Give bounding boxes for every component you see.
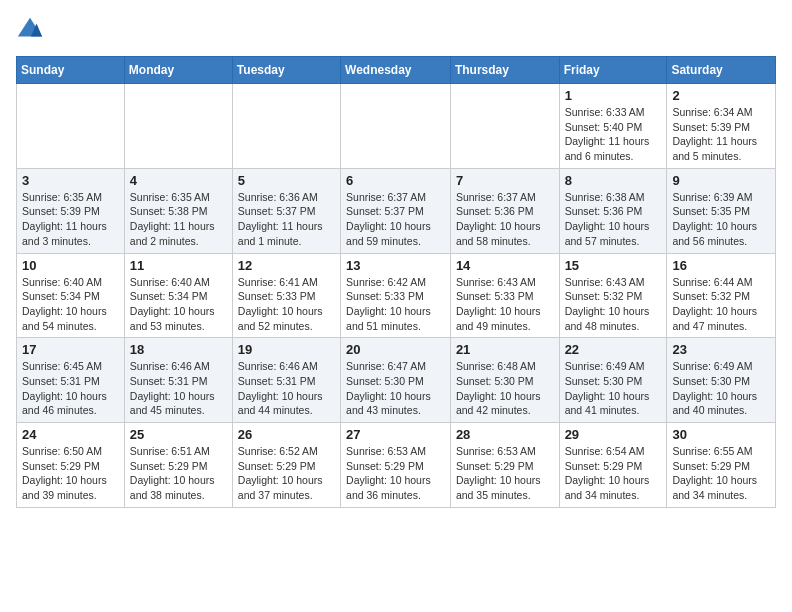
calendar-week-row: 3Sunrise: 6:35 AM Sunset: 5:39 PM Daylig… [17,168,776,253]
day-info: Sunrise: 6:49 AM Sunset: 5:30 PM Dayligh… [672,359,770,418]
calendar-cell: 9Sunrise: 6:39 AM Sunset: 5:35 PM Daylig… [667,168,776,253]
day-info: Sunrise: 6:43 AM Sunset: 5:32 PM Dayligh… [565,275,662,334]
day-info: Sunrise: 6:49 AM Sunset: 5:30 PM Dayligh… [565,359,662,418]
day-info: Sunrise: 6:35 AM Sunset: 5:39 PM Dayligh… [22,190,119,249]
day-number: 3 [22,173,119,188]
calendar-week-row: 1Sunrise: 6:33 AM Sunset: 5:40 PM Daylig… [17,84,776,169]
day-info: Sunrise: 6:54 AM Sunset: 5:29 PM Dayligh… [565,444,662,503]
calendar-cell: 13Sunrise: 6:42 AM Sunset: 5:33 PM Dayli… [341,253,451,338]
calendar-week-row: 24Sunrise: 6:50 AM Sunset: 5:29 PM Dayli… [17,423,776,508]
calendar-cell: 28Sunrise: 6:53 AM Sunset: 5:29 PM Dayli… [450,423,559,508]
day-info: Sunrise: 6:40 AM Sunset: 5:34 PM Dayligh… [22,275,119,334]
day-number: 28 [456,427,554,442]
calendar-cell: 5Sunrise: 6:36 AM Sunset: 5:37 PM Daylig… [232,168,340,253]
page-header [16,16,776,44]
day-info: Sunrise: 6:53 AM Sunset: 5:29 PM Dayligh… [456,444,554,503]
calendar-cell: 26Sunrise: 6:52 AM Sunset: 5:29 PM Dayli… [232,423,340,508]
calendar-cell: 6Sunrise: 6:37 AM Sunset: 5:37 PM Daylig… [341,168,451,253]
day-info: Sunrise: 6:46 AM Sunset: 5:31 PM Dayligh… [130,359,227,418]
day-info: Sunrise: 6:45 AM Sunset: 5:31 PM Dayligh… [22,359,119,418]
day-info: Sunrise: 6:46 AM Sunset: 5:31 PM Dayligh… [238,359,335,418]
calendar-cell [450,84,559,169]
day-number: 14 [456,258,554,273]
day-number: 18 [130,342,227,357]
day-number: 17 [22,342,119,357]
logo [16,16,48,44]
day-number: 1 [565,88,662,103]
calendar-cell: 20Sunrise: 6:47 AM Sunset: 5:30 PM Dayli… [341,338,451,423]
day-info: Sunrise: 6:37 AM Sunset: 5:37 PM Dayligh… [346,190,445,249]
day-info: Sunrise: 6:44 AM Sunset: 5:32 PM Dayligh… [672,275,770,334]
day-info: Sunrise: 6:50 AM Sunset: 5:29 PM Dayligh… [22,444,119,503]
calendar-cell: 14Sunrise: 6:43 AM Sunset: 5:33 PM Dayli… [450,253,559,338]
day-number: 25 [130,427,227,442]
logo-icon [16,16,44,44]
calendar-cell: 27Sunrise: 6:53 AM Sunset: 5:29 PM Dayli… [341,423,451,508]
calendar-cell [124,84,232,169]
weekday-header-wednesday: Wednesday [341,57,451,84]
day-info: Sunrise: 6:35 AM Sunset: 5:38 PM Dayligh… [130,190,227,249]
day-number: 26 [238,427,335,442]
calendar-cell: 21Sunrise: 6:48 AM Sunset: 5:30 PM Dayli… [450,338,559,423]
weekday-header-friday: Friday [559,57,667,84]
day-info: Sunrise: 6:41 AM Sunset: 5:33 PM Dayligh… [238,275,335,334]
calendar-cell [17,84,125,169]
day-number: 27 [346,427,445,442]
weekday-header-tuesday: Tuesday [232,57,340,84]
weekday-header-row: SundayMondayTuesdayWednesdayThursdayFrid… [17,57,776,84]
day-info: Sunrise: 6:38 AM Sunset: 5:36 PM Dayligh… [565,190,662,249]
calendar-cell: 15Sunrise: 6:43 AM Sunset: 5:32 PM Dayli… [559,253,667,338]
calendar-cell: 16Sunrise: 6:44 AM Sunset: 5:32 PM Dayli… [667,253,776,338]
day-info: Sunrise: 6:36 AM Sunset: 5:37 PM Dayligh… [238,190,335,249]
day-number: 24 [22,427,119,442]
calendar-cell: 29Sunrise: 6:54 AM Sunset: 5:29 PM Dayli… [559,423,667,508]
calendar-cell: 1Sunrise: 6:33 AM Sunset: 5:40 PM Daylig… [559,84,667,169]
weekday-header-monday: Monday [124,57,232,84]
day-number: 8 [565,173,662,188]
day-info: Sunrise: 6:52 AM Sunset: 5:29 PM Dayligh… [238,444,335,503]
day-number: 15 [565,258,662,273]
day-number: 16 [672,258,770,273]
day-number: 2 [672,88,770,103]
day-number: 7 [456,173,554,188]
calendar-cell: 25Sunrise: 6:51 AM Sunset: 5:29 PM Dayli… [124,423,232,508]
day-number: 19 [238,342,335,357]
day-number: 11 [130,258,227,273]
day-number: 9 [672,173,770,188]
day-number: 29 [565,427,662,442]
day-number: 12 [238,258,335,273]
day-info: Sunrise: 6:47 AM Sunset: 5:30 PM Dayligh… [346,359,445,418]
day-number: 10 [22,258,119,273]
calendar-cell [341,84,451,169]
day-info: Sunrise: 6:39 AM Sunset: 5:35 PM Dayligh… [672,190,770,249]
calendar-cell: 19Sunrise: 6:46 AM Sunset: 5:31 PM Dayli… [232,338,340,423]
calendar-header: SundayMondayTuesdayWednesdayThursdayFrid… [17,57,776,84]
calendar-cell: 11Sunrise: 6:40 AM Sunset: 5:34 PM Dayli… [124,253,232,338]
day-number: 6 [346,173,445,188]
calendar-cell: 10Sunrise: 6:40 AM Sunset: 5:34 PM Dayli… [17,253,125,338]
calendar-cell: 23Sunrise: 6:49 AM Sunset: 5:30 PM Dayli… [667,338,776,423]
calendar-week-row: 10Sunrise: 6:40 AM Sunset: 5:34 PM Dayli… [17,253,776,338]
calendar-cell: 30Sunrise: 6:55 AM Sunset: 5:29 PM Dayli… [667,423,776,508]
day-info: Sunrise: 6:51 AM Sunset: 5:29 PM Dayligh… [130,444,227,503]
day-info: Sunrise: 6:40 AM Sunset: 5:34 PM Dayligh… [130,275,227,334]
calendar-table: SundayMondayTuesdayWednesdayThursdayFrid… [16,56,776,508]
weekday-header-sunday: Sunday [17,57,125,84]
day-number: 21 [456,342,554,357]
calendar-cell: 8Sunrise: 6:38 AM Sunset: 5:36 PM Daylig… [559,168,667,253]
calendar-cell: 3Sunrise: 6:35 AM Sunset: 5:39 PM Daylig… [17,168,125,253]
calendar-cell: 4Sunrise: 6:35 AM Sunset: 5:38 PM Daylig… [124,168,232,253]
day-info: Sunrise: 6:34 AM Sunset: 5:39 PM Dayligh… [672,105,770,164]
day-info: Sunrise: 6:53 AM Sunset: 5:29 PM Dayligh… [346,444,445,503]
calendar-week-row: 17Sunrise: 6:45 AM Sunset: 5:31 PM Dayli… [17,338,776,423]
calendar-cell: 12Sunrise: 6:41 AM Sunset: 5:33 PM Dayli… [232,253,340,338]
calendar-cell: 17Sunrise: 6:45 AM Sunset: 5:31 PM Dayli… [17,338,125,423]
day-info: Sunrise: 6:37 AM Sunset: 5:36 PM Dayligh… [456,190,554,249]
day-number: 20 [346,342,445,357]
day-info: Sunrise: 6:55 AM Sunset: 5:29 PM Dayligh… [672,444,770,503]
day-info: Sunrise: 6:42 AM Sunset: 5:33 PM Dayligh… [346,275,445,334]
day-number: 5 [238,173,335,188]
day-info: Sunrise: 6:43 AM Sunset: 5:33 PM Dayligh… [456,275,554,334]
weekday-header-saturday: Saturday [667,57,776,84]
calendar-cell [232,84,340,169]
